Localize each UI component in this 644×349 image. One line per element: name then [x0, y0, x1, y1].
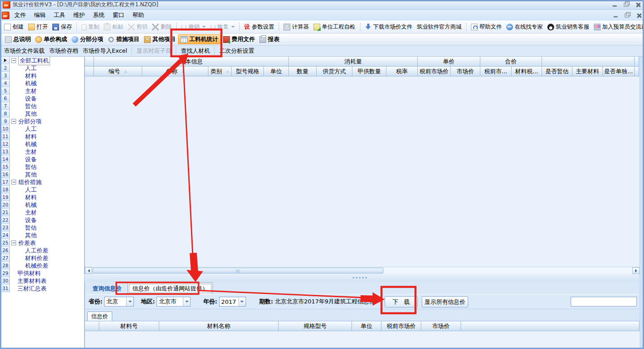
tab-info-price-zaojiatong[interactable]: 信息价（由造价通网站提供） [127, 282, 213, 294]
tree-item[interactable]: 机械 [10, 80, 37, 88]
param-settings-button[interactable]: 设参数设置 [242, 22, 276, 32]
tree-row-number[interactable]: 29 [1, 269, 10, 277]
tree-row-number[interactable]: 18 [1, 186, 10, 193]
column-header[interactable]: 基本信息 [94, 57, 289, 67]
tree-item[interactable]: 暂估 [10, 163, 37, 171]
fee-file-button[interactable]: 费用文件 [221, 34, 257, 44]
close-button[interactable] [634, 2, 641, 8]
market-price-import-excel-button[interactable]: 市场价导入Excel [80, 46, 129, 56]
help-file-button[interactable]: 帮助文件 [469, 22, 504, 32]
restore-button[interactable] [623, 2, 630, 8]
menu-maintain[interactable]: 维护 [69, 10, 89, 20]
tree-item[interactable]: 主材 [10, 209, 37, 217]
column-header[interactable]: 是否单独... [603, 67, 635, 76]
tree-item[interactable]: 设备 [10, 95, 37, 103]
tree-item[interactable]: 主材 [10, 148, 37, 156]
column-header[interactable]: 税前市场价 [381, 321, 421, 331]
tree-item[interactable]: 材料价差 [10, 254, 48, 262]
open-button[interactable]: 打开 [26, 22, 50, 32]
tree-row-number[interactable]: 11 [1, 133, 10, 140]
tree-row-number[interactable]: 13 [1, 148, 10, 156]
column-header[interactable]: 材料税... [512, 67, 542, 76]
tree-item[interactable]: 暂估 [10, 102, 37, 110]
column-header[interactable]: 税率 [386, 67, 418, 76]
download-market-price-file-button[interactable]: 下载市场价文件 [363, 22, 415, 32]
column-header[interactable]: 合价 [480, 57, 542, 67]
market-price-archive-button[interactable]: 市场价存档 [47, 46, 80, 56]
save-button[interactable]: 保存 [50, 22, 74, 32]
tree-item[interactable]: 材料 [10, 133, 37, 141]
tree-row-number[interactable]: 19 [1, 193, 10, 201]
tree-item[interactable]: 其他 [10, 110, 37, 118]
subsection-items-button[interactable]: 分部分项 [69, 34, 106, 44]
column-header[interactable]: 单位 [352, 321, 381, 331]
tree-row-number[interactable]: 25 [1, 239, 10, 247]
chevron-down-icon[interactable] [126, 297, 133, 306]
column-header[interactable]: 材料名称 [159, 321, 279, 331]
tree-row-number[interactable]: 20 [1, 201, 10, 209]
tree-item[interactable]: 主材 [10, 87, 37, 95]
online-expert-button[interactable]: 在线找专家 [504, 22, 545, 32]
tree-row-number[interactable]: 28 [1, 262, 10, 269]
tree-item[interactable]: 人工价差 [10, 247, 48, 255]
unit-price-composition-button[interactable]: 单价构成 [33, 34, 69, 44]
secondary-analysis-settings-button[interactable]: 二次分析设置 [217, 46, 256, 56]
column-header[interactable]: 市场价 [421, 321, 461, 331]
calculator-button[interactable]: 计算器 [281, 22, 311, 32]
scroll-left-button[interactable] [85, 267, 92, 274]
panel-splitter[interactable] [85, 274, 639, 282]
tree-item[interactable]: 人工 [10, 64, 37, 72]
other-items-button[interactable]: 其他项目 [142, 34, 178, 44]
tab-query-info-price[interactable]: 查询信息价 [88, 283, 126, 294]
tree-row-number[interactable] [1, 57, 10, 64]
collapse-icon[interactable] [11, 119, 16, 124]
tree-row-number[interactable]: 2 [1, 64, 10, 72]
column-header[interactable]: 型号规格 [232, 67, 264, 76]
menu-tools[interactable]: 工具 [50, 10, 69, 20]
tree-item[interactable]: 甲供材料 [10, 269, 41, 278]
row-indicator-header[interactable] [542, 57, 635, 67]
column-header[interactable]: 供货方式 [317, 67, 352, 76]
tree-item[interactable]: 组价措施 [10, 178, 42, 186]
column-header[interactable]: 消耗量 [289, 57, 418, 67]
row-indicator-header[interactable] [85, 67, 94, 76]
child-close-button[interactable] [635, 12, 642, 18]
chevron-down-icon[interactable] [183, 297, 190, 306]
tree-item[interactable]: 其他 [10, 231, 37, 240]
tree-item[interactable]: 其他 [10, 171, 37, 179]
tree-row-number[interactable]: 10 [1, 125, 10, 133]
column-header[interactable]: 数量 [289, 67, 317, 76]
scroll-right-button[interactable] [632, 267, 640, 274]
tree-item[interactable]: 机械 [10, 201, 37, 209]
tree-row-number[interactable]: 24 [1, 231, 10, 239]
tree-row-number[interactable]: 8 [1, 110, 10, 118]
column-header[interactable]: 甲供数量 [352, 67, 386, 76]
create-button[interactable]: 创建 [2, 22, 26, 32]
region-select[interactable]: 北京市 [157, 297, 191, 307]
column-header[interactable]: 主要材料 [572, 67, 603, 76]
tree-row-number[interactable]: 23 [1, 224, 10, 231]
row-indicator-header[interactable] [85, 57, 94, 67]
tree-row-number[interactable]: 16 [1, 171, 10, 178]
column-header[interactable]: 编号 [94, 67, 142, 76]
find-labor-material-machine-button[interactable]: 查找人材机 [178, 46, 212, 56]
official-store-button[interactable]: 筑业软件官方商城 [415, 22, 464, 32]
tree-row-number[interactable]: 30 [1, 277, 10, 285]
search-input[interactable] [571, 298, 644, 306]
tree-item[interactable]: 机械 [10, 140, 37, 148]
menu-file[interactable]: 文件 [10, 10, 30, 20]
tree-row-number[interactable]: 15 [1, 163, 10, 171]
column-header[interactable]: 单位 [264, 67, 289, 76]
tree-row-number[interactable]: 4 [1, 80, 10, 87]
market-price-file-load-button[interactable]: 市场价文件装载 [2, 46, 47, 56]
collapse-icon[interactable] [11, 58, 16, 63]
column-header[interactable]: 税前市场价 [418, 67, 451, 76]
menu-edit[interactable]: 编辑 [30, 10, 50, 20]
row-indicator-header[interactable] [85, 321, 99, 331]
tree-item[interactable]: 设备 [10, 156, 37, 164]
report-button[interactable]: 报表 [257, 34, 282, 44]
tree-item[interactable]: 材料 [10, 72, 37, 80]
tree-row-number[interactable]: 5 [1, 87, 10, 95]
column-header[interactable]: 规格型号 [279, 321, 352, 331]
column-header[interactable]: 名称 [142, 67, 208, 76]
